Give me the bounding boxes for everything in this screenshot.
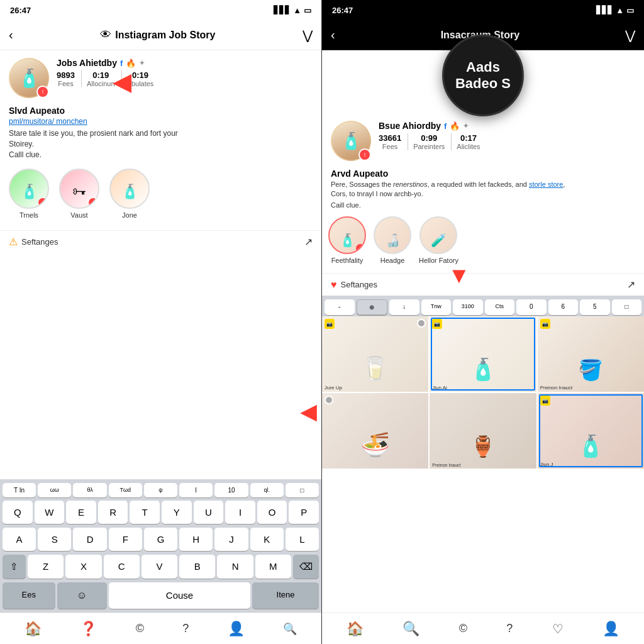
left-key-return[interactable]: Itene bbox=[252, 582, 319, 609]
left-key-gl[interactable]: θλ bbox=[73, 483, 106, 497]
right-back-button[interactable]: ‹ bbox=[331, 28, 335, 42]
left-key-t[interactable]: T bbox=[130, 501, 160, 524]
left-key-delete[interactable]: ⌫ bbox=[293, 555, 319, 579]
left-filter-button[interactable]: ⋁ bbox=[303, 28, 313, 43]
left-story-circle-3[interactable]: 🧴 Jone bbox=[109, 169, 150, 219]
left-key-v[interactable]: V bbox=[142, 555, 177, 579]
left-key-10[interactable]: 10 bbox=[214, 483, 248, 497]
right-photo-cell-2[interactable]: 📷 🧴 Jiun Ai bbox=[430, 316, 536, 392]
left-bottom-nav: 🏠 ❓ © ? 👤 🔍 bbox=[0, 613, 321, 644]
left-key-q[interactable]: Q bbox=[3, 501, 33, 524]
left-nav-home[interactable]: 🏠 bbox=[25, 621, 42, 637]
left-key-o[interactable]: O bbox=[257, 501, 287, 524]
left-story-circle-2[interactable]: 🗝 Vaust bbox=[59, 169, 99, 219]
left-nav-help[interactable]: ❓ bbox=[80, 621, 97, 637]
right-circle-badge-1 bbox=[356, 244, 365, 253]
left-key-tin[interactable]: T In bbox=[3, 483, 36, 497]
left-key-f[interactable]: F bbox=[109, 528, 142, 551]
left-key-u[interactable]: U bbox=[194, 501, 224, 524]
right-nav-copyright[interactable]: © bbox=[459, 622, 467, 635]
left-key-l[interactable]: L bbox=[286, 528, 319, 551]
left-nav-search[interactable]: 🔍 bbox=[283, 622, 297, 636]
right-key-3100[interactable]: 3100 bbox=[453, 299, 483, 315]
right-story-circle-3[interactable]: 🧪 Hellor Fatory bbox=[419, 216, 458, 264]
right-nav-search[interactable]: 🔍 bbox=[402, 621, 419, 637]
left-key-j[interactable]: J bbox=[214, 528, 248, 551]
right-key-tnw[interactable]: Tnw bbox=[421, 299, 452, 315]
left-key-emoji[interactable]: ☺ bbox=[57, 582, 108, 609]
left-key-s[interactable]: S bbox=[38, 528, 71, 551]
left-key-k[interactable]: K bbox=[250, 528, 284, 551]
left-story-circles: 🧴 Trnels 🗝 Vaust 🧴 Jone bbox=[0, 160, 321, 228]
left-key-ees[interactable]: Ees bbox=[3, 582, 55, 609]
left-key-sq[interactable]: □ bbox=[286, 483, 319, 497]
left-profile-info: Jobs Ahietdby f 🔥 ✦ 9893 Fees 0:19 Alloc… bbox=[57, 58, 313, 87]
left-settings-left: ⚠ Seftanges bbox=[9, 236, 58, 248]
left-nav-copyright[interactable]: © bbox=[136, 622, 144, 635]
left-nav-question[interactable]: ? bbox=[182, 622, 189, 635]
right-photo-label-6: Jiun J bbox=[540, 462, 553, 467]
right-nav-profile[interactable]: 👤 bbox=[602, 621, 619, 637]
left-key-ww[interactable]: ωω bbox=[38, 483, 71, 497]
left-key-z[interactable]: Z bbox=[28, 555, 64, 579]
right-key-6[interactable]: 6 bbox=[548, 299, 579, 315]
left-profile-name: Jobs Ahietdby f 🔥 ✦ bbox=[57, 58, 313, 68]
left-key-c[interactable]: C bbox=[104, 555, 140, 579]
right-key-arrow[interactable]: ↓ bbox=[389, 299, 419, 315]
left-key-space[interactable]: Couse bbox=[109, 582, 250, 609]
right-story-circle-2[interactable]: 🍶 Headge bbox=[374, 216, 411, 264]
right-profile-section: 🧴 ! Bsue Ahiordby f 🔥 ✦ 33661 Fees 0:99 … bbox=[322, 113, 644, 169]
left-key-r[interactable]: R bbox=[98, 501, 128, 524]
right-nav-heart[interactable]: ♡ bbox=[552, 621, 564, 636]
left-key-g[interactable]: G bbox=[144, 528, 177, 551]
right-key-minus[interactable]: - bbox=[325, 299, 355, 315]
right-photo-cell-6[interactable]: 📷 🧴 Jiun J bbox=[538, 393, 644, 469]
right-photo-cell-1[interactable]: 📷 🥛 Jure Up bbox=[322, 316, 428, 392]
right-key-0[interactable]: 0 bbox=[516, 299, 547, 315]
right-external-link-icon[interactable]: ↗ bbox=[627, 279, 635, 291]
right-nav-home[interactable]: 🏠 bbox=[347, 621, 364, 637]
right-key-5[interactable]: 5 bbox=[580, 299, 610, 315]
right-photo-cell-5[interactable]: 🏺 Preinon Inauct bbox=[430, 393, 536, 469]
right-key-cts[interactable]: Cts bbox=[485, 299, 515, 315]
left-key-h[interactable]: H bbox=[179, 528, 213, 551]
left-content-area: Slvd Aupeato pml/musitora/ monchen Stare… bbox=[0, 106, 321, 160]
right-filter-button[interactable]: ⋁ bbox=[625, 28, 635, 43]
right-verified-icon: f bbox=[444, 121, 447, 131]
left-key-m[interactable]: M bbox=[255, 555, 291, 579]
left-key-p[interactable]: P bbox=[289, 501, 319, 524]
right-nav-question[interactable]: ? bbox=[506, 622, 513, 635]
right-zoom-circle: Aads Badeo S bbox=[442, 35, 524, 116]
left-key-n[interactable]: N bbox=[217, 555, 253, 579]
left-external-link-icon[interactable]: ↗ bbox=[304, 236, 313, 248]
left-key-y[interactable]: Y bbox=[162, 501, 192, 524]
left-key-shift[interactable]: ⇧ bbox=[3, 555, 26, 579]
left-key-ql[interactable]: ql. bbox=[250, 483, 284, 497]
right-wifi-icon: ▲ bbox=[616, 6, 624, 15]
right-content-text2: Caill clue. bbox=[331, 201, 635, 210]
left-key-i[interactable]: I bbox=[225, 501, 255, 524]
left-signal-icon: ▋▋▋ bbox=[274, 6, 291, 14]
left-key-x[interactable]: X bbox=[65, 555, 101, 579]
left-back-button[interactable]: ‹ bbox=[9, 28, 13, 42]
left-key-a[interactable]: A bbox=[3, 528, 36, 551]
left-key-psi[interactable]: ψ bbox=[144, 483, 177, 497]
left-key-b[interactable]: B bbox=[179, 555, 215, 579]
right-bottom-nav: 🏠 🔍 © ? ♡ 👤 bbox=[322, 613, 644, 644]
left-key-d[interactable]: D bbox=[73, 528, 106, 551]
left-key-l[interactable]: l bbox=[179, 483, 213, 497]
left-nav-profile[interactable]: 👤 bbox=[228, 621, 245, 637]
right-key-sq[interactable]: □ bbox=[612, 299, 642, 315]
left-content-link[interactable]: pml/musitora/ monchen bbox=[9, 117, 313, 126]
left-key-e[interactable]: E bbox=[66, 501, 96, 524]
right-story-circle-1[interactable]: 🧴 Feethfality bbox=[328, 216, 366, 264]
right-photo-cell-4[interactable]: 🍜 bbox=[322, 393, 428, 469]
right-content-link[interactable]: storle store bbox=[529, 180, 563, 188]
right-key-circle[interactable]: ⊕ bbox=[357, 299, 388, 315]
right-circle-3: 🧪 bbox=[419, 216, 457, 254]
left-key-twd[interactable]: Tωd bbox=[109, 483, 142, 497]
right-content-title: Arvd Aupeato bbox=[331, 169, 635, 179]
left-story-circle-1[interactable]: 🧴 Trnels bbox=[9, 169, 49, 219]
left-key-w[interactable]: W bbox=[35, 501, 65, 524]
right-photo-cell-3[interactable]: 📷 🪣 Preinon Inauct bbox=[538, 316, 644, 392]
